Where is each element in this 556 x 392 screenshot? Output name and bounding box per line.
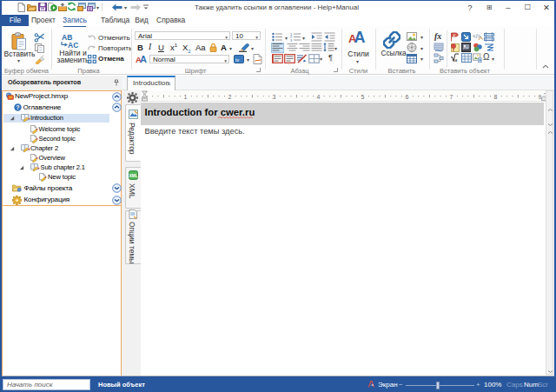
svg-text:?: ? — [17, 104, 20, 110]
svg-text:</>: </> — [473, 33, 481, 39]
svg-text:6: 6 — [405, 94, 408, 100]
svg-text:5: 5 — [361, 94, 364, 100]
svg-text:1: 1 — [183, 94, 187, 100]
svg-text:M: M — [89, 7, 92, 11]
svg-text:3: 3 — [272, 94, 275, 100]
svg-text:tv: tv — [235, 57, 240, 63]
svg-text:XML: XML — [129, 173, 138, 178]
svg-text:3: 3 — [290, 38, 293, 43]
svg-text:4: 4 — [316, 94, 320, 100]
svg-text:a: a — [454, 57, 458, 63]
svg-text:8: 8 — [493, 94, 497, 100]
svg-text:2: 2 — [228, 94, 231, 100]
svg-text:9: 9 — [538, 94, 541, 100]
svg-text:7: 7 — [449, 94, 453, 100]
